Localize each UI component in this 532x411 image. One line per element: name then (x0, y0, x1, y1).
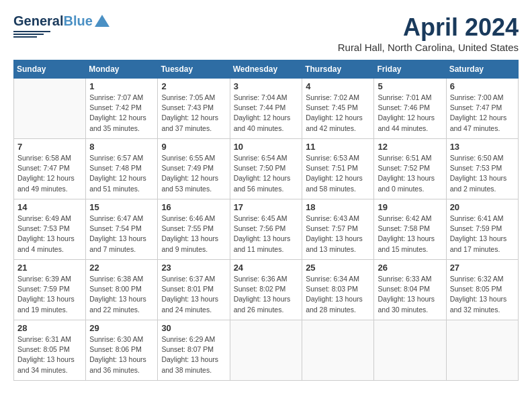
logo-blue-text: Blue (63, 13, 92, 28)
day-number: 25 (306, 263, 370, 273)
calendar-cell: 22Sunrise: 6:38 AMSunset: 8:00 PMDayligh… (86, 260, 158, 320)
day-number: 27 (450, 263, 515, 273)
calendar-cell: 2Sunrise: 7:05 AMSunset: 7:43 PMDaylight… (158, 79, 230, 139)
day-info: Sunrise: 6:42 AMSunset: 7:58 PMDaylight:… (378, 214, 442, 255)
weekday-header-tuesday: Tuesday (158, 60, 230, 79)
day-info: Sunrise: 6:38 AMSunset: 8:00 PMDaylight:… (89, 274, 154, 315)
day-number: 20 (450, 202, 515, 212)
page-header: GeneralBlue April 2024 Rural Hall, North… (13, 13, 519, 53)
calendar-cell: 29Sunrise: 6:30 AMSunset: 8:06 PMDayligh… (86, 320, 158, 381)
calendar-cell: 6Sunrise: 7:00 AMSunset: 7:47 PMDaylight… (446, 79, 518, 139)
logo-line-1 (13, 31, 50, 32)
calendar-cell: 8Sunrise: 6:57 AMSunset: 7:48 PMDaylight… (86, 139, 158, 199)
day-info: Sunrise: 6:47 AMSunset: 7:54 PMDaylight:… (89, 214, 154, 255)
week-row-1: 1Sunrise: 7:07 AMSunset: 7:42 PMDaylight… (14, 79, 519, 139)
day-info: Sunrise: 6:53 AMSunset: 7:51 PMDaylight:… (306, 153, 370, 194)
day-number: 10 (234, 142, 299, 152)
day-number: 16 (161, 202, 226, 212)
day-number: 24 (234, 263, 299, 273)
day-number: 1 (89, 81, 154, 91)
calendar-cell: 1Sunrise: 7:07 AMSunset: 7:42 PMDaylight… (86, 79, 158, 139)
weekday-header-sunday: Sunday (14, 60, 86, 79)
day-number: 19 (378, 202, 442, 212)
day-number: 23 (161, 263, 226, 273)
weekday-header-wednesday: Wednesday (230, 60, 302, 79)
weekday-header-thursday: Thursday (302, 60, 374, 79)
calendar-cell: 23Sunrise: 6:37 AMSunset: 8:01 PMDayligh… (158, 260, 230, 320)
day-number: 26 (378, 263, 442, 273)
logo-lines (13, 31, 50, 38)
calendar-cell: 28Sunrise: 6:31 AMSunset: 8:05 PMDayligh… (14, 320, 86, 381)
day-number: 28 (17, 323, 82, 333)
calendar-cell: 3Sunrise: 7:04 AMSunset: 7:44 PMDaylight… (230, 79, 302, 139)
calendar-cell: 27Sunrise: 6:32 AMSunset: 8:05 PMDayligh… (446, 260, 518, 320)
day-info: Sunrise: 6:55 AMSunset: 7:49 PMDaylight:… (161, 153, 226, 194)
day-info: Sunrise: 7:07 AMSunset: 7:42 PMDaylight:… (89, 93, 154, 134)
month-title: April 2024 (338, 13, 519, 42)
calendar-cell: 9Sunrise: 6:55 AMSunset: 7:49 PMDaylight… (158, 139, 230, 199)
day-info: Sunrise: 6:31 AMSunset: 8:05 PMDaylight:… (17, 334, 82, 375)
day-info: Sunrise: 6:33 AMSunset: 8:04 PMDaylight:… (378, 274, 442, 315)
day-number: 13 (450, 142, 515, 152)
svg-marker-0 (95, 15, 109, 27)
day-info: Sunrise: 6:30 AMSunset: 8:06 PMDaylight:… (89, 334, 154, 375)
day-info: Sunrise: 6:32 AMSunset: 8:05 PMDaylight:… (450, 274, 515, 315)
day-info: Sunrise: 7:02 AMSunset: 7:45 PMDaylight:… (306, 93, 370, 134)
logo: GeneralBlue (13, 13, 109, 38)
day-number: 8 (89, 142, 154, 152)
title-area: April 2024 Rural Hall, North Carolina, U… (338, 13, 519, 53)
calendar-cell: 21Sunrise: 6:39 AMSunset: 7:59 PMDayligh… (14, 260, 86, 320)
location: Rural Hall, North Carolina, United State… (338, 42, 519, 53)
day-info: Sunrise: 6:45 AMSunset: 7:56 PMDaylight:… (234, 214, 299, 255)
day-number: 5 (378, 81, 442, 91)
calendar-cell: 16Sunrise: 6:46 AMSunset: 7:55 PMDayligh… (158, 199, 230, 260)
day-info: Sunrise: 6:43 AMSunset: 7:57 PMDaylight:… (306, 214, 370, 255)
week-row-2: 7Sunrise: 6:58 AMSunset: 7:47 PMDaylight… (14, 139, 519, 199)
calendar-table: SundayMondayTuesdayWednesdayThursdayFrid… (13, 60, 519, 381)
day-info: Sunrise: 6:34 AMSunset: 8:03 PMDaylight:… (306, 274, 370, 315)
logo-text: GeneralBlue (13, 13, 93, 29)
day-info: Sunrise: 6:36 AMSunset: 8:02 PMDaylight:… (234, 274, 299, 315)
day-number: 30 (161, 323, 226, 333)
day-number: 3 (234, 81, 299, 91)
calendar-cell: 4Sunrise: 7:02 AMSunset: 7:45 PMDaylight… (302, 79, 374, 139)
day-number: 18 (306, 202, 370, 212)
calendar-cell: 20Sunrise: 6:41 AMSunset: 7:59 PMDayligh… (446, 199, 518, 260)
day-info: Sunrise: 6:46 AMSunset: 7:55 PMDaylight:… (161, 214, 226, 255)
calendar-cell (446, 320, 518, 381)
day-info: Sunrise: 6:29 AMSunset: 8:07 PMDaylight:… (161, 334, 226, 375)
calendar-cell: 18Sunrise: 6:43 AMSunset: 7:57 PMDayligh… (302, 199, 374, 260)
day-info: Sunrise: 7:01 AMSunset: 7:46 PMDaylight:… (378, 93, 442, 134)
day-info: Sunrise: 6:57 AMSunset: 7:48 PMDaylight:… (89, 153, 154, 194)
logo-general: General (13, 13, 63, 28)
week-row-5: 28Sunrise: 6:31 AMSunset: 8:05 PMDayligh… (14, 320, 519, 381)
day-info: Sunrise: 6:51 AMSunset: 7:52 PMDaylight:… (378, 153, 442, 194)
day-number: 11 (306, 142, 370, 152)
day-number: 17 (234, 202, 299, 212)
day-number: 29 (89, 323, 154, 333)
day-info: Sunrise: 7:00 AMSunset: 7:47 PMDaylight:… (450, 93, 515, 134)
weekday-header-monday: Monday (86, 60, 158, 79)
day-info: Sunrise: 6:39 AMSunset: 7:59 PMDaylight:… (17, 274, 82, 315)
logo-line-3 (13, 36, 37, 38)
day-info: Sunrise: 6:37 AMSunset: 8:01 PMDaylight:… (161, 274, 226, 315)
calendar-cell: 15Sunrise: 6:47 AMSunset: 7:54 PMDayligh… (86, 199, 158, 260)
calendar-cell: 10Sunrise: 6:54 AMSunset: 7:50 PMDayligh… (230, 139, 302, 199)
day-info: Sunrise: 6:50 AMSunset: 7:53 PMDaylight:… (450, 153, 515, 194)
calendar-header-row: SundayMondayTuesdayWednesdayThursdayFrid… (14, 60, 519, 79)
day-info: Sunrise: 6:41 AMSunset: 7:59 PMDaylight:… (450, 214, 515, 255)
calendar-cell: 12Sunrise: 6:51 AMSunset: 7:52 PMDayligh… (374, 139, 446, 199)
day-info: Sunrise: 6:58 AMSunset: 7:47 PMDaylight:… (17, 153, 82, 194)
calendar-cell: 24Sunrise: 6:36 AMSunset: 8:02 PMDayligh… (230, 260, 302, 320)
day-number: 2 (161, 81, 226, 91)
calendar-cell: 14Sunrise: 6:49 AMSunset: 7:53 PMDayligh… (14, 199, 86, 260)
day-info: Sunrise: 7:04 AMSunset: 7:44 PMDaylight:… (234, 93, 299, 134)
week-row-4: 21Sunrise: 6:39 AMSunset: 7:59 PMDayligh… (14, 260, 519, 320)
calendar-cell: 7Sunrise: 6:58 AMSunset: 7:47 PMDaylight… (14, 139, 86, 199)
day-info: Sunrise: 6:49 AMSunset: 7:53 PMDaylight:… (17, 214, 82, 255)
calendar-cell: 19Sunrise: 6:42 AMSunset: 7:58 PMDayligh… (374, 199, 446, 260)
weekday-header-friday: Friday (374, 60, 446, 79)
calendar-cell: 25Sunrise: 6:34 AMSunset: 8:03 PMDayligh… (302, 260, 374, 320)
calendar-cell (374, 320, 446, 381)
day-number: 21 (17, 263, 82, 273)
